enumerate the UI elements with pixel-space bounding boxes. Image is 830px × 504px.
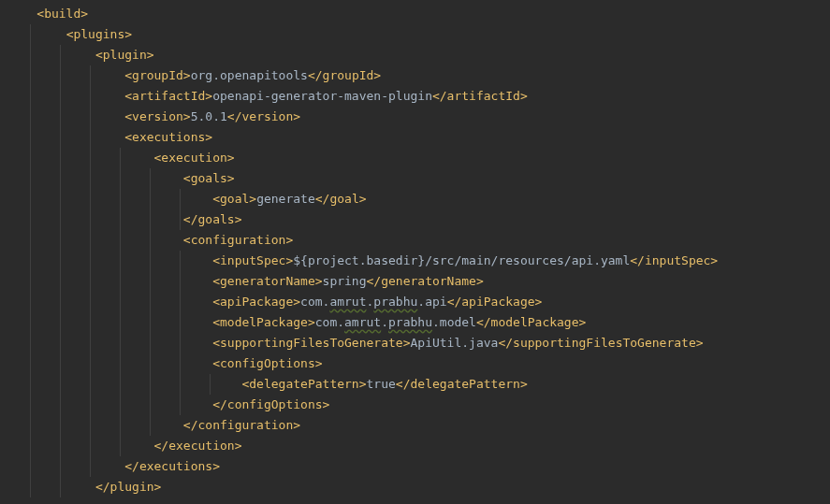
indent [7,192,212,206]
xml-tag: <modelPackage> [212,315,315,329]
xml-tag: <build> [36,7,88,21]
code-line[interactable]: <build> [7,4,830,24]
xml-tag: </plugin> [95,480,161,494]
code-line[interactable]: <executions> [7,127,830,148]
indent [7,336,212,350]
xml-tag: <plugins> [66,27,132,41]
xml-tag: <configOptions> [212,356,322,370]
xml-text: generate [256,192,315,206]
indent [7,439,154,453]
code-line[interactable]: <delegatePattern>true</delegatePattern> [7,374,830,395]
code-line[interactable]: </configuration> [7,415,830,436]
xml-tag: </inputSpec> [630,253,718,267]
xml-text: com. [300,295,329,309]
xml-tag: </supportingFilesToGenerate> [498,336,703,350]
code-line[interactable]: </execution> [7,436,830,456]
code-line[interactable]: </executions> [7,456,830,477]
code-line[interactable]: <configOptions> [7,353,830,374]
xml-tag: <plugin> [95,48,154,62]
xml-text: true [367,377,396,391]
xml-text-warn: prabhu [388,315,432,329]
xml-text: .model [432,315,476,329]
xml-tag: <artifactId> [124,89,212,103]
code-line[interactable]: <version>5.0.1</version> [7,107,830,127]
indent [7,377,212,391]
indent [7,89,124,103]
code-line[interactable]: <inputSpec>${project.basedir}/src/main/r… [7,251,830,271]
code-line[interactable]: <goal>generate</goal> [7,189,830,209]
code-line[interactable]: <supportingFilesToGenerate>ApiUtil.java<… [7,333,830,353]
indent [7,274,212,288]
xml-tag: </goal> [315,192,367,206]
indent [7,480,95,494]
xml-tag: </goals> [183,212,242,226]
code-line[interactable]: <execution> [7,148,830,168]
xml-tag: </executions> [124,459,220,473]
xml-text-warn: amrut [329,295,366,309]
indent [7,109,124,123]
xml-tag: </apiPackage> [447,295,543,309]
xml-text-warn: prabhu [373,295,417,309]
code-line[interactable]: <apiPackage>com.amrut.prabhu.api</apiPac… [7,292,830,312]
xml-tag: <executions> [124,130,212,144]
code-line[interactable]: <goals> [7,168,830,189]
xml-text: .api [417,295,446,309]
indent [212,377,241,391]
xml-tag: <supportingFilesToGenerate> [212,336,410,350]
code-line[interactable]: <plugins> [7,24,830,45]
indent [7,171,183,185]
indent [7,233,183,247]
xml-tag: <configuration> [183,233,293,247]
xml-tag: <generatorName> [212,274,322,288]
indent [7,418,183,432]
indent [7,315,212,329]
xml-tag: </modelPackage> [476,315,586,329]
xml-tag: </configOptions> [212,397,329,411]
xml-text-warn: amrut [344,315,381,329]
xml-tag: </configuration> [183,418,300,432]
xml-text: ApiUtil.java [410,336,498,350]
xml-text: openapi-generator-maven-plugin [212,89,432,103]
xml-tag: <inputSpec> [212,253,293,267]
indent [7,459,124,473]
xml-tag: <goal> [212,192,256,206]
xml-tag: <execution> [154,151,235,165]
xml-tag: </artifactId> [432,89,528,103]
xml-tag: </execution> [154,439,242,453]
indent [7,130,124,144]
indent [7,7,36,21]
xml-tag: </delegatePattern> [396,377,528,391]
code-editor[interactable]: <build> <plugins> <plugin> <groupId>org.… [0,4,830,497]
xml-text: com. [315,315,344,329]
code-line[interactable]: <configuration> [7,230,830,251]
xml-tag: <groupId> [124,68,190,82]
indent [7,295,212,309]
code-line[interactable]: <artifactId>openapi-generator-maven-plug… [7,86,830,107]
xml-tag: </version> [227,109,300,123]
xml-text: 5.0.1 [191,109,227,123]
xml-text: ${project.basedir}/src/main/resources/ap… [293,253,630,267]
indent [7,27,66,41]
code-line[interactable]: <groupId>org.openapitools</groupId> [7,65,830,86]
code-line[interactable]: <generatorName>spring</generatorName> [7,271,830,292]
xml-text: org.openapitools [191,68,308,82]
xml-text: . [381,315,388,329]
code-line[interactable]: <plugin> [7,45,830,65]
xml-tag: <delegatePattern> [241,377,366,391]
code-line[interactable]: <modelPackage>com.amrut.prabhu.model</mo… [7,312,830,333]
xml-tag: <goals> [183,171,235,185]
code-line[interactable]: </plugin> [7,477,830,497]
code-line[interactable]: </configOptions> [7,395,830,415]
xml-tag: <apiPackage> [212,295,300,309]
xml-tag: </generatorName> [367,274,484,288]
indent [7,397,212,411]
indent [7,356,212,370]
indent [7,253,212,267]
code-line[interactable]: </goals> [7,209,830,230]
indent [7,151,154,165]
indent [7,68,124,82]
indent [7,212,183,226]
xml-tag: <version> [124,109,190,123]
xml-tag: </groupId> [308,68,381,82]
indent [7,48,95,62]
